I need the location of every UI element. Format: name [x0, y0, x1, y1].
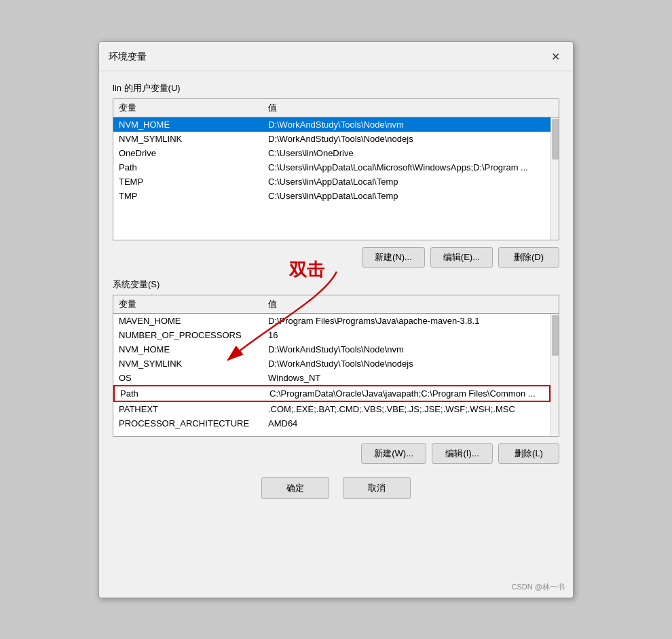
sys-edit-btn[interactable]: 编辑(I)... [432, 443, 493, 464]
user-new-btn[interactable]: 新建(N)... [362, 247, 425, 268]
sys-btn-row: 新建(W)... 编辑(I)... 删除(L) [113, 443, 559, 464]
user-scrollbar-thumb[interactable] [552, 119, 559, 160]
table-row[interactable]: NVM_HOME D:\WorkAndStudy\Tools\Node\nvm [113, 342, 550, 357]
dialog-content: lin 的用户变量(U) 变量 值 NVM_HOME D:\WorkAndStu… [99, 71, 573, 510]
table-row[interactable]: NVM_SYMLINK D:\WorkAndStudy\Tools\Node\n… [113, 132, 550, 146]
user-section-label: lin 的用户变量(U) [113, 82, 559, 94]
table-row[interactable]: PATHEXT .COM;.EXE;.BAT;.CMD;.VBS;.VBE;.J… [113, 402, 550, 416]
confirm-button[interactable]: 确定 [261, 477, 329, 499]
sys-table-header: 变量 值 [113, 295, 559, 314]
sys-scrollbar-thumb[interactable] [552, 315, 559, 356]
user-table-header: 变量 值 [113, 99, 559, 117]
sys-table-with-scroll: MAVEN_HOME D:\Program Files\Programs\Jav… [113, 314, 559, 436]
close-button[interactable]: ✕ [547, 49, 563, 65]
user-btn-row: 新建(N)... 编辑(E)... 删除(D) [113, 247, 559, 268]
title-bar: 环境变量 ✕ [99, 42, 573, 71]
table-row[interactable]: OneDrive C:\Users\lin\OneDrive [113, 146, 550, 160]
sys-path-row[interactable]: Path C:\ProgramData\Oracle\Java\javapath… [113, 385, 550, 402]
user-scrollbar[interactable] [550, 117, 559, 240]
user-col-var-header: 变量 [119, 102, 268, 114]
user-variables-table: 变量 值 NVM_HOME D:\WorkAndStudy\Tools\Node… [113, 98, 559, 240]
system-section-label: 系统变量(S) [113, 278, 559, 291]
sys-scrollbar[interactable] [550, 314, 559, 436]
user-delete-btn[interactable]: 删除(D) [498, 247, 559, 268]
table-row[interactable]: NVM_HOME D:\WorkAndStudy\Tools\Node\nvm [113, 117, 550, 132]
table-row[interactable]: NVM_SYMLINK D:\WorkAndStudy\Tools\Node\n… [113, 357, 550, 371]
table-row[interactable]: PROCESSOR_ARCHITECTURE AMD64 [113, 416, 550, 431]
table-row[interactable]: TEMP C:\Users\lin\AppData\Local\Temp [113, 175, 550, 189]
table-row[interactable]: NUMBER_OF_PROCESSORS 16 [113, 328, 550, 342]
user-table-body: NVM_HOME D:\WorkAndStudy\Tools\Node\nvm … [113, 117, 550, 240]
watermark: CSDN @林一书 [512, 582, 565, 592]
table-row[interactable]: TMP C:\Users\lin\AppData\Local\Temp [113, 189, 550, 203]
sys-col-var-header: 变量 [119, 298, 268, 310]
user-variables-section: lin 的用户变量(U) 变量 值 NVM_HOME D:\WorkAndStu… [113, 82, 559, 268]
sys-delete-btn[interactable]: 删除(L) [498, 443, 559, 464]
user-table-with-scroll: NVM_HOME D:\WorkAndStudy\Tools\Node\nvm … [113, 117, 559, 240]
table-row[interactable]: MAVEN_HOME D:\Program Files\Programs\Jav… [113, 314, 550, 328]
user-edit-btn[interactable]: 编辑(E)... [430, 247, 493, 268]
sys-col-val-header: 值 [268, 298, 553, 310]
cancel-button[interactable]: 取消 [343, 477, 411, 499]
footer-btn-row: 确定 取消 [113, 477, 559, 499]
system-variables-table: 变量 值 MAVEN_HOME D:\Program Files\Program… [113, 295, 559, 437]
sys-table-body: MAVEN_HOME D:\Program Files\Programs\Jav… [113, 314, 550, 436]
dialog-title: 环境变量 [109, 51, 147, 63]
environment-variables-dialog: 环境变量 ✕ lin 的用户变量(U) 变量 值 NVM_HOME D:\Wor… [98, 41, 574, 598]
sys-new-btn[interactable]: 新建(W)... [361, 443, 426, 464]
user-col-val-header: 值 [268, 102, 553, 114]
table-row[interactable]: OS Windows_NT [113, 371, 550, 385]
system-variables-section: 系统变量(S) 变量 值 MAVEN_HOME D:\Program Files… [113, 278, 559, 464]
table-row[interactable]: Path C:\Users\lin\AppData\Local\Microsof… [113, 160, 550, 175]
